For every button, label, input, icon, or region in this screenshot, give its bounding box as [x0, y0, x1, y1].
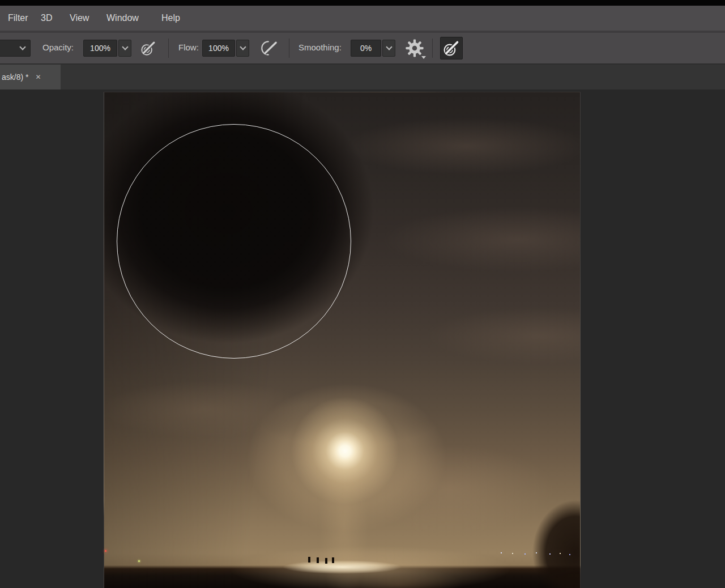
- chevron-down-icon: [19, 44, 25, 50]
- people-silhouettes: [308, 557, 310, 563]
- smoothing-value: 0%: [360, 44, 372, 53]
- menu-3d[interactable]: 3D: [37, 6, 56, 31]
- green-signal-light: [138, 560, 140, 562]
- menu-view[interactable]: View: [66, 6, 92, 31]
- menu-window[interactable]: Window: [103, 6, 142, 31]
- smoothing-dropdown-button[interactable]: [382, 40, 395, 57]
- chevron-down-icon: [240, 44, 246, 50]
- smoothing-label: Smoothing:: [298, 42, 342, 52]
- menu-filter[interactable]: Filter: [5, 6, 32, 31]
- brush-options-bar: Opacity: 100% Flow: 100%: [0, 33, 725, 63]
- close-icon[interactable]: ✕: [35, 74, 41, 80]
- opacity-label: Opacity:: [42, 42, 74, 52]
- airbrush-toggle[interactable]: [259, 39, 279, 58]
- window-top-strip: [0, 0, 725, 6]
- gear-caret-icon: [421, 56, 426, 59]
- smoothing-settings-button[interactable]: [404, 38, 425, 58]
- document-tab-bar: ask/8) * ✕: [0, 65, 725, 90]
- flow-input[interactable]: 100%: [202, 40, 235, 57]
- opacity-dropdown-button[interactable]: [118, 40, 131, 57]
- pen-pressure-size-icon: [442, 39, 460, 57]
- chevron-down-icon: [386, 44, 392, 50]
- photoshop-window: Filter 3D View Window Help Opacity: 100%: [0, 0, 725, 588]
- separator: [168, 39, 169, 58]
- opacity-value: 100%: [90, 44, 110, 53]
- separator: [289, 39, 289, 58]
- airbrush-icon: [259, 39, 279, 57]
- pen-pressure-opacity-icon: [140, 40, 157, 57]
- canvas-image[interactable]: [104, 92, 581, 588]
- red-signal-light: [105, 550, 106, 552]
- gear-icon: [405, 39, 424, 58]
- brush-cursor-outline: [117, 124, 351, 359]
- document-tab-title: ask/8) *: [2, 73, 28, 82]
- smoothing-input[interactable]: 0%: [351, 40, 381, 57]
- document-tab-active[interactable]: ask/8) * ✕: [0, 65, 61, 90]
- menu-bar: Filter 3D View Window Help: [0, 6, 725, 31]
- flow-value: 100%: [208, 44, 229, 53]
- opacity-pressure-toggle[interactable]: [139, 39, 157, 57]
- city-lights: [501, 552, 502, 553]
- flow-dropdown-button[interactable]: [236, 40, 249, 57]
- separator: [432, 39, 433, 58]
- chevron-down-icon: [122, 44, 128, 50]
- menu-help[interactable]: Help: [158, 6, 184, 31]
- opacity-input[interactable]: 100%: [83, 40, 117, 57]
- blend-mode-dropdown[interactable]: [0, 40, 31, 57]
- flow-label: Flow:: [178, 42, 199, 52]
- size-pressure-toggle-active[interactable]: [440, 37, 463, 59]
